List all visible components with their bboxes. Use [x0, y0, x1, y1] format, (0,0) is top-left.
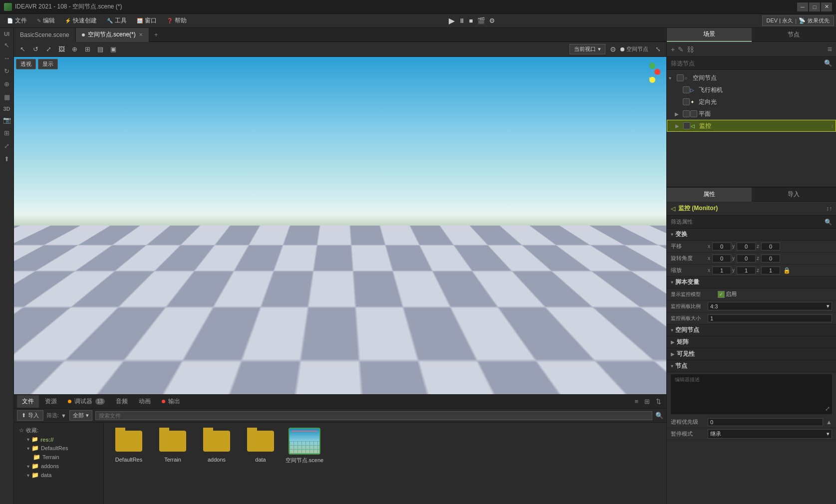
rotation-x[interactable]	[712, 254, 731, 262]
section-node[interactable]: ▾ 节点	[667, 360, 836, 372]
list-view-icon[interactable]: ≡	[632, 397, 640, 406]
stop-button[interactable]: ■	[469, 17, 473, 24]
tool-expand[interactable]: ⤢	[43, 44, 54, 55]
tree-item-plane[interactable]: ▶ 平面	[667, 108, 836, 120]
sidebar-rotate-tool[interactable]: ↻	[1, 65, 13, 77]
close-button[interactable]: ✕	[821, 2, 832, 11]
translate-x[interactable]	[712, 243, 731, 251]
tool-anchor[interactable]: ⊕	[69, 44, 80, 55]
tree-item-monitor[interactable]: ▶ ◁ 监控 ↕	[667, 120, 836, 132]
link-node-button[interactable]: ⛓	[687, 45, 694, 53]
menu-window[interactable]: 🪟窗口	[132, 14, 162, 27]
tab-nodes[interactable]: 节点	[752, 28, 836, 42]
pause-mode-dropdown[interactable]: 继承 ▾	[708, 429, 832, 439]
file-search-icon[interactable]: 🔍	[655, 412, 663, 419]
filter-dropdown[interactable]: 全部 ▾	[69, 410, 92, 421]
sidebar-item-defaultres[interactable]: ▾ 📁 DefaultRes	[17, 444, 100, 453]
node-filter-input[interactable]	[671, 60, 824, 67]
menu-tools[interactable]: 🔧工具	[102, 14, 132, 27]
viewport[interactable]: 透视 显示 Z X Y	[14, 57, 666, 394]
section-transform[interactable]: ▾ 变换	[667, 229, 836, 241]
tab-scene-tree[interactable]: 场景	[667, 28, 752, 42]
tree-item-root[interactable]: ▾ ○ 空间节点 +	[667, 72, 836, 84]
sidebar-move-tool[interactable]: ↔	[1, 52, 13, 64]
sidebar-root[interactable]: ▾ 📁 res://	[17, 435, 100, 444]
sidebar-grid-tool[interactable]: ▦	[1, 91, 13, 103]
section-script-vars[interactable]: ▾ 脚本变量	[667, 276, 836, 288]
props-search-icon[interactable]: 🔍	[825, 219, 832, 226]
rotation-y[interactable]	[737, 254, 756, 262]
priority-input[interactable]	[708, 418, 823, 426]
props-sort-icon[interactable]: ↕↑	[826, 205, 832, 212]
perspective-button[interactable]: 透视	[16, 59, 36, 69]
section-visibility[interactable]: ▶ 可见性	[667, 348, 836, 360]
config-button[interactable]: ⚙	[489, 17, 495, 24]
display-button[interactable]: 显示	[38, 59, 58, 69]
rotation-z[interactable]	[761, 254, 780, 262]
bottom-tab-animation[interactable]: 动画	[134, 395, 156, 408]
show-model-checkbox[interactable]: ✓	[718, 291, 725, 298]
scale-x[interactable]	[712, 266, 731, 274]
tab-add-button[interactable]: +	[149, 28, 163, 42]
scale-z[interactable]	[761, 266, 780, 274]
node-filter-icon[interactable]: 🔍	[824, 59, 832, 67]
viewport-dropdown[interactable]: 当前视口 ▾	[569, 44, 605, 54]
tab-basicscene[interactable]: BasicScene.scene	[14, 28, 76, 42]
tree-item-camera[interactable]: ▶ ▷ 飞行相机	[667, 84, 836, 96]
bottom-tab-files[interactable]: 文件	[17, 395, 39, 408]
sidebar-upload-tool[interactable]: ⬆	[1, 153, 13, 165]
file-search-input[interactable]	[95, 411, 652, 420]
file-item-defaultres[interactable]: DefaultRes	[109, 428, 149, 464]
settings-icon[interactable]: ⚙	[607, 44, 618, 55]
bottom-tab-debugger[interactable]: 调试器 13	[63, 395, 110, 408]
translate-y[interactable]	[737, 243, 756, 251]
tab-scene[interactable]: 空间节点.scene(*) ✕	[76, 28, 149, 42]
sidebar-cursor-tool[interactable]: ↖	[1, 39, 13, 51]
tree-item-light[interactable]: ▶ ✦ 定向光	[667, 96, 836, 108]
section-spatial-node[interactable]: ▾ 空间节点	[667, 324, 836, 336]
sort-icon[interactable]: ⇅	[654, 397, 663, 406]
tool-grid[interactable]: ⊞	[82, 44, 93, 55]
minimize-button[interactable]: ─	[797, 2, 808, 11]
size-input[interactable]	[708, 314, 832, 322]
tool-select[interactable]: ↖	[17, 44, 28, 55]
tab-properties[interactable]: 属性	[667, 188, 752, 202]
editor-expand-icon[interactable]: ⤢	[825, 405, 830, 412]
ratio-dropdown[interactable]: 4:3 ▾	[708, 302, 832, 310]
import-button[interactable]: ⬆ 导入	[17, 410, 43, 421]
menu-file[interactable]: 📄文件	[2, 14, 32, 27]
sidebar-layers-tool[interactable]: ⊞	[1, 127, 13, 139]
bottom-tab-audio[interactable]: 音频	[111, 395, 133, 408]
menu-help[interactable]: ❓帮助	[162, 14, 192, 27]
sidebar-share-tool[interactable]: ⤢	[1, 140, 13, 152]
add-node-button[interactable]: +	[671, 45, 675, 53]
maximize-button[interactable]: □	[809, 2, 820, 11]
scale-y[interactable]	[737, 266, 756, 274]
bottom-tab-resources[interactable]: 资源	[40, 395, 62, 408]
scale-lock-icon[interactable]: 🔒	[783, 267, 791, 274]
movie-button[interactable]: 🎬	[477, 17, 485, 24]
priority-up-icon[interactable]: ▲	[826, 419, 832, 426]
sidebar-item-data[interactable]: ▾ 📁 data	[17, 471, 100, 480]
tool-camera2[interactable]: ▣	[108, 44, 119, 55]
sidebar-camera-tool[interactable]: 📷	[1, 114, 13, 126]
file-item-data[interactable]: data	[241, 428, 280, 464]
tool-move-refresh[interactable]: ↺	[30, 44, 41, 55]
sidebar-item-terrain[interactable]: 📁 Terrain	[17, 453, 100, 462]
scene-menu-icon[interactable]: ≡	[828, 45, 832, 54]
pause-button[interactable]: ⏸	[459, 17, 465, 24]
sidebar-anchor-tool[interactable]: ⊕	[1, 78, 13, 90]
bottom-tab-output[interactable]: 输出	[157, 395, 185, 408]
tool-camera-view[interactable]: 🖼	[56, 44, 67, 55]
file-item-scene[interactable]: 空间节点.scene	[284, 428, 324, 464]
sidebar-item-addons[interactable]: ▾ 📁 addons	[17, 462, 100, 471]
menu-edit[interactable]: ✎编辑	[32, 14, 60, 27]
section-matrix[interactable]: ▶ 矩阵	[667, 336, 836, 348]
play-button[interactable]: ▶	[449, 16, 455, 25]
grid-view-icon[interactable]: ⊞	[642, 397, 652, 406]
fullscreen-icon[interactable]: ⤡	[652, 44, 663, 55]
file-item-addons[interactable]: addons	[197, 428, 237, 464]
monitor-action-icon[interactable]: ↕	[831, 123, 834, 129]
menu-quick-create[interactable]: ⚡快速创建	[60, 14, 102, 27]
tab-close-icon[interactable]: ✕	[139, 32, 143, 37]
